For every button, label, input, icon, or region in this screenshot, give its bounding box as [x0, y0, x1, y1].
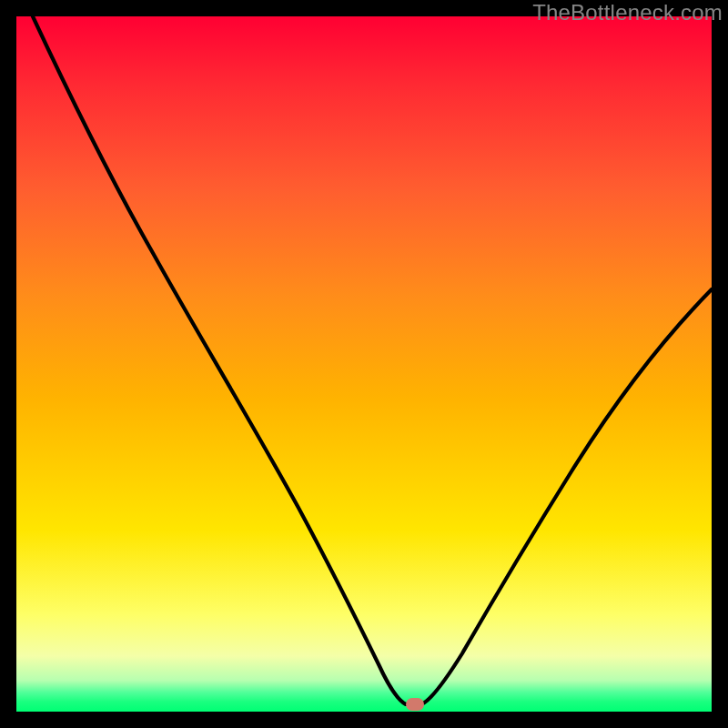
bottleneck-curve	[33, 16, 712, 704]
watermark-text: TheBottleneck.com	[532, 0, 723, 25]
chart-frame: TheBottleneck.com	[0, 0, 728, 728]
plot-area	[16, 16, 712, 712]
optimum-marker	[406, 698, 424, 711]
curve-svg	[16, 16, 712, 712]
